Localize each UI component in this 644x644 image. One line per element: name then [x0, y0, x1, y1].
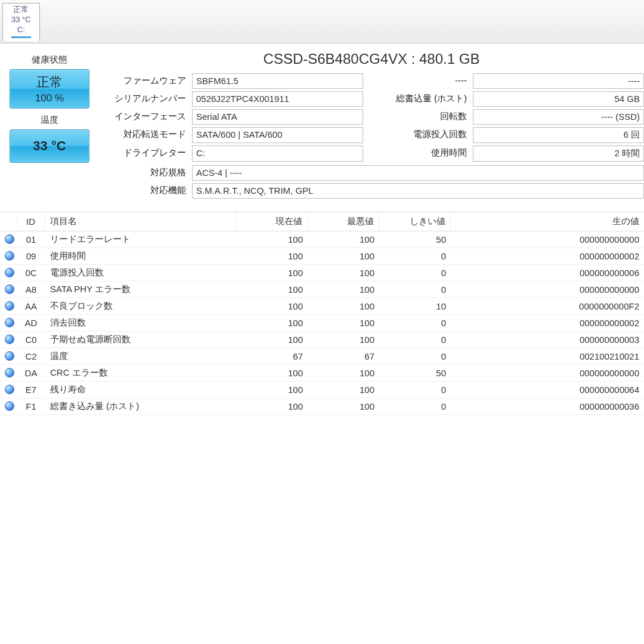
- status-cell: [0, 366, 17, 380]
- id-cell: AA: [17, 299, 45, 314]
- status-dot-icon: [5, 268, 14, 277]
- health-badge[interactable]: 正常 100 %: [10, 69, 89, 109]
- id-cell: E7: [17, 382, 45, 397]
- current-cell: 100: [236, 315, 308, 330]
- temperature-value: 33 °C: [33, 138, 66, 154]
- name-cell: 温度: [45, 348, 236, 364]
- id-cell: 09: [17, 249, 45, 264]
- current-cell: 100: [236, 249, 308, 264]
- drive-letter-value[interactable]: C:: [192, 145, 363, 162]
- total-write-label: 総書込量 (ホスト): [367, 91, 469, 107]
- smart-row[interactable]: F1総書き込み量 (ホスト)1001000000000000036: [0, 398, 644, 415]
- current-cell: 100: [236, 382, 308, 397]
- id-cell: C2: [17, 349, 45, 364]
- name-cell: 予期せぬ電源断回数: [45, 332, 236, 348]
- header-raw[interactable]: 生の値: [451, 212, 644, 231]
- unknown-label: ----: [367, 73, 469, 89]
- transfer-value[interactable]: SATA/600 | SATA/600: [192, 127, 363, 143]
- rpm-label: 回転数: [367, 109, 469, 125]
- current-cell: 100: [236, 399, 308, 414]
- threshold-cell: 0: [379, 265, 451, 280]
- name-cell: 総書き込み量 (ホスト): [45, 398, 236, 414]
- features-label: 対応機能: [99, 183, 188, 199]
- disk-tab[interactable]: 正常 33 °C C:: [2, 3, 40, 41]
- header-threshold[interactable]: しきい値: [379, 212, 451, 231]
- id-cell: A8: [17, 282, 45, 297]
- smart-row[interactable]: AA不良ブロック数100100100000000000F2: [0, 298, 644, 315]
- smart-row[interactable]: 09使用時間1001000000000000002: [0, 248, 644, 265]
- features-value[interactable]: S.M.A.R.T., NCQ, TRIM, GPL: [192, 183, 644, 199]
- right-panel: CSSD-S6B480CG4VX : 480.1 GB ファームウェア SBFM…: [99, 48, 644, 202]
- status-cell: [0, 332, 17, 346]
- worst-cell: 100: [308, 299, 379, 314]
- status-cell: [0, 382, 17, 397]
- threshold-cell: 0: [379, 249, 451, 264]
- standard-value[interactable]: ACS-4 | ----: [192, 165, 644, 181]
- current-cell: 100: [236, 299, 308, 314]
- status-cell: [0, 315, 17, 330]
- raw-cell: 0000000000F2: [451, 299, 644, 314]
- threshold-cell: 0: [379, 332, 451, 347]
- status-dot-icon: [5, 351, 14, 361]
- id-cell: C0: [17, 332, 45, 347]
- interface-value[interactable]: Serial ATA: [192, 109, 363, 125]
- firmware-value[interactable]: SBFM61.5: [192, 73, 363, 89]
- status-cell: [0, 349, 17, 363]
- raw-cell: 000000000006: [451, 265, 644, 280]
- smart-row[interactable]: 0C電源投入回数1001000000000000006: [0, 265, 644, 281]
- smart-row[interactable]: 01リードエラーレート10010050000000000000: [0, 231, 644, 248]
- serial-value[interactable]: 0526J22TPC4X001911: [192, 91, 363, 107]
- name-cell: 残り寿命: [45, 382, 236, 398]
- status-dot-icon: [5, 368, 14, 377]
- smart-row[interactable]: E7残り寿命1001000000000000064: [0, 382, 644, 398]
- raw-cell: 000000000002: [451, 315, 644, 330]
- power-on-count-value[interactable]: 6 回: [473, 127, 644, 143]
- id-cell: 01: [17, 232, 45, 247]
- total-write-value[interactable]: 54 GB: [473, 91, 644, 107]
- status-dot-icon: [5, 401, 14, 411]
- worst-cell: 100: [308, 282, 379, 297]
- status-dot-icon: [5, 301, 14, 311]
- transfer-label: 対応転送モード: [99, 127, 188, 143]
- status-dot-icon: [5, 284, 14, 294]
- header-current[interactable]: 現在値: [236, 212, 308, 231]
- smart-row[interactable]: A8SATA PHY エラー数1001000000000000000: [0, 281, 644, 298]
- smart-table-header: ID 項目名 現在値 最悪値 しきい値 生の値: [0, 212, 644, 231]
- temperature-badge[interactable]: 33 °C: [10, 129, 89, 163]
- id-cell: AD: [17, 315, 45, 330]
- serial-label: シリアルナンバー: [99, 91, 188, 107]
- header-id[interactable]: ID: [17, 213, 45, 230]
- hours-label: 使用時間: [367, 145, 469, 162]
- status-cell: [0, 265, 17, 280]
- temperature-label: 温度: [5, 114, 94, 126]
- status-dot-icon: [5, 318, 14, 327]
- threshold-cell: 50: [379, 366, 451, 380]
- status-cell: [0, 249, 17, 263]
- name-cell: 不良ブロック数: [45, 298, 236, 314]
- current-cell: 100: [236, 232, 308, 247]
- health-status: 正常: [36, 73, 63, 91]
- status-cell: [0, 232, 17, 246]
- worst-cell: 67: [308, 349, 379, 364]
- threshold-cell: 10: [379, 299, 451, 314]
- health-percent: 100 %: [35, 92, 64, 104]
- threshold-cell: 0: [379, 382, 451, 397]
- header-worst[interactable]: 最悪値: [308, 212, 379, 231]
- tab-drive: C:: [11, 25, 31, 35]
- rpm-value[interactable]: ---- (SSD): [473, 109, 644, 125]
- hours-value[interactable]: 2 時間: [473, 145, 644, 162]
- header-name[interactable]: 項目名: [45, 212, 236, 231]
- raw-cell: 002100210021: [451, 349, 644, 364]
- smart-row[interactable]: C2温度67670002100210021: [0, 348, 644, 365]
- worst-cell: 100: [308, 232, 379, 247]
- firmware-label: ファームウェア: [99, 73, 188, 89]
- name-cell: リードエラーレート: [45, 231, 236, 247]
- worst-cell: 100: [308, 249, 379, 264]
- smart-row[interactable]: AD消去回数1001000000000000002: [0, 315, 644, 332]
- unknown-value[interactable]: ----: [473, 73, 644, 89]
- current-cell: 100: [236, 366, 308, 380]
- name-cell: 使用時間: [45, 248, 236, 264]
- smart-row[interactable]: DACRC エラー数10010050000000000000: [0, 365, 644, 382]
- current-cell: 100: [236, 265, 308, 280]
- smart-row[interactable]: C0予期せぬ電源断回数1001000000000000003: [0, 332, 644, 348]
